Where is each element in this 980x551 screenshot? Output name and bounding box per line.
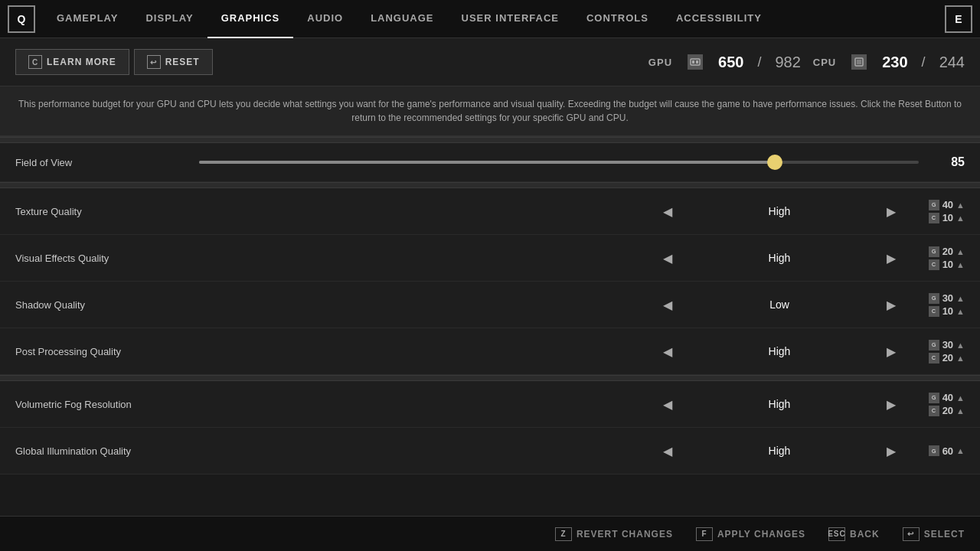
fov-value: 85 xyxy=(934,155,965,169)
select-action[interactable]: ↩ SELECT xyxy=(903,527,965,541)
reset-button[interactable]: ↩ RESET xyxy=(134,49,213,75)
post-processing-cpu-arrow: ▲ xyxy=(956,354,965,363)
shadow-cpu-arrow: ▲ xyxy=(956,307,965,316)
nav-audio[interactable]: AUDIO xyxy=(293,0,357,38)
volumetric-fog-gpu-value: 40 xyxy=(942,392,953,403)
visual-effects-prev[interactable]: ◀ xyxy=(655,246,680,270)
volumetric-fog-prev[interactable]: ◀ xyxy=(655,392,680,416)
volumetric-fog-cpu-stat: C 20 ▲ xyxy=(929,405,965,416)
visual-effects-value: High xyxy=(680,252,879,264)
shadow-gpu-icon: G xyxy=(929,293,939,304)
volumetric-fog-next[interactable]: ▶ xyxy=(879,392,903,416)
visual-effects-gpu-value: 20 xyxy=(942,246,953,257)
svg-rect-4 xyxy=(857,60,861,64)
cpu-icon xyxy=(851,54,867,70)
visual-effects-gpu-arrow: ▲ xyxy=(956,247,965,256)
shadow-quality-label: Shadow Quality xyxy=(15,299,655,311)
visual-effects-stats: G 20 ▲ C 10 ▲ xyxy=(903,246,965,270)
texture-quality-next[interactable]: ▶ xyxy=(879,199,903,223)
fov-label: Field of View xyxy=(15,157,184,168)
learn-more-label: LEARN MORE xyxy=(47,57,116,67)
learn-more-button[interactable]: C LEARN MORE xyxy=(15,49,129,75)
cpu-separator: / xyxy=(922,54,926,70)
global-illumination-gpu-arrow: ▲ xyxy=(956,446,965,455)
visual-effects-cpu-stat: C 10 ▲ xyxy=(929,259,965,270)
global-illumination-prev[interactable]: ◀ xyxy=(655,439,680,463)
apply-label: APPLY CHANGES xyxy=(717,529,805,540)
right-nav-key[interactable]: E xyxy=(945,5,972,33)
left-nav-key[interactable]: Q xyxy=(8,5,35,33)
top-divider xyxy=(0,137,980,143)
shadow-quality-next[interactable]: ▶ xyxy=(879,292,903,317)
fov-slider-thumb[interactable] xyxy=(767,155,782,170)
post-processing-label: Post Processing Quality xyxy=(15,346,655,357)
global-illumination-stats: G 60 ▲ xyxy=(903,445,965,457)
global-illumination-gpu-stat: G 60 ▲ xyxy=(929,445,965,457)
texture-gpu-icon: G xyxy=(929,200,939,210)
nav-user-interface[interactable]: USER INTERFACE xyxy=(448,0,573,38)
visual-effects-next[interactable]: ▶ xyxy=(879,246,903,270)
texture-quality-value: High xyxy=(680,205,879,217)
shadow-quality-value: Low xyxy=(680,298,879,311)
volumetric-fog-cpu-icon: C xyxy=(929,406,939,416)
volumetric-fog-gpu-stat: G 40 ▲ xyxy=(929,392,965,403)
cpu-max: 244 xyxy=(939,54,965,71)
nav-accessibility[interactable]: ACCESSIBILITY xyxy=(662,0,776,38)
fov-slider-fill xyxy=(199,161,775,164)
global-illumination-row: Global Illumination Quality ◀ High ▶ G 6… xyxy=(0,428,980,474)
post-processing-control: ◀ High ▶ xyxy=(655,339,903,364)
texture-gpu-stat: G 40 ▲ xyxy=(929,199,965,210)
visual-effects-gpu-stat: G 20 ▲ xyxy=(929,246,965,257)
select-label: SELECT xyxy=(924,529,965,540)
nav-controls[interactable]: CONTROLS xyxy=(573,0,662,38)
global-illumination-value: High xyxy=(680,445,879,457)
reset-key: ↩ xyxy=(147,55,161,69)
apply-key: F xyxy=(696,527,713,541)
svg-rect-1 xyxy=(692,60,694,64)
volumetric-fog-cpu-value: 20 xyxy=(942,405,953,416)
gpu-current: 650 xyxy=(718,54,743,71)
volumetric-fog-value: High xyxy=(680,398,879,410)
post-processing-prev[interactable]: ◀ xyxy=(655,339,680,364)
gpu-label: GPU xyxy=(648,57,672,68)
shadow-gpu-arrow: ▲ xyxy=(956,294,965,303)
texture-quality-prev[interactable]: ◀ xyxy=(655,199,680,223)
nav-graphics[interactable]: GRAPHICS xyxy=(207,0,294,38)
post-processing-next[interactable]: ▶ xyxy=(879,339,903,364)
nav-language[interactable]: LANGUAGE xyxy=(357,0,447,38)
reset-label: RESET xyxy=(165,57,200,67)
volumetric-fog-label: Volumetric Fog Resolution xyxy=(15,399,655,410)
cpu-current: 230 xyxy=(882,54,907,71)
shadow-quality-stats: G 30 ▲ C 10 ▲ xyxy=(903,292,965,317)
description-text: This performance budget for your GPU and… xyxy=(0,86,980,137)
texture-gpu-arrow: ▲ xyxy=(956,201,965,210)
shadow-gpu-stat: G 30 ▲ xyxy=(929,292,965,304)
nav-display[interactable]: DISPLAY xyxy=(132,0,207,38)
shadow-gpu-value: 30 xyxy=(942,292,953,304)
volumetric-fog-control: ◀ High ▶ xyxy=(655,392,903,416)
revert-key: Z xyxy=(555,527,572,541)
post-processing-row: Post Processing Quality ◀ High ▶ G 30 ▲ … xyxy=(0,328,980,375)
shadow-quality-prev[interactable]: ◀ xyxy=(655,292,680,317)
volumetric-fog-gpu-icon: G xyxy=(929,393,939,403)
back-key: Esc xyxy=(828,527,845,541)
post-processing-gpu-stat: G 30 ▲ xyxy=(929,339,965,350)
visual-effects-cpu-arrow: ▲ xyxy=(956,260,965,269)
global-illumination-next[interactable]: ▶ xyxy=(879,439,903,463)
visual-effects-gpu-icon: G xyxy=(929,246,939,257)
top-navigation: Q GAMEPLAY DISPLAY GRAPHICS AUDIO LANGUA… xyxy=(0,0,980,38)
back-action[interactable]: Esc BACK xyxy=(828,527,880,541)
gpu-separator: / xyxy=(757,54,761,70)
select-key: ↩ xyxy=(903,527,920,541)
shadow-cpu-value: 10 xyxy=(942,305,953,317)
nav-gameplay[interactable]: GAMEPLAY xyxy=(43,0,132,38)
texture-quality-control: ◀ High ▶ xyxy=(655,199,903,223)
visual-effects-cpu-icon: C xyxy=(929,259,939,270)
shadow-cpu-icon: C xyxy=(929,306,939,317)
apply-action: F APPLY CHANGES xyxy=(696,527,805,541)
post-processing-cpu-value: 20 xyxy=(942,352,953,364)
back-label: BACK xyxy=(850,529,880,540)
texture-gpu-value: 40 xyxy=(942,199,953,210)
texture-quality-label: Texture Quality xyxy=(15,206,655,217)
volumetric-fog-gpu-arrow: ▲ xyxy=(956,393,965,403)
